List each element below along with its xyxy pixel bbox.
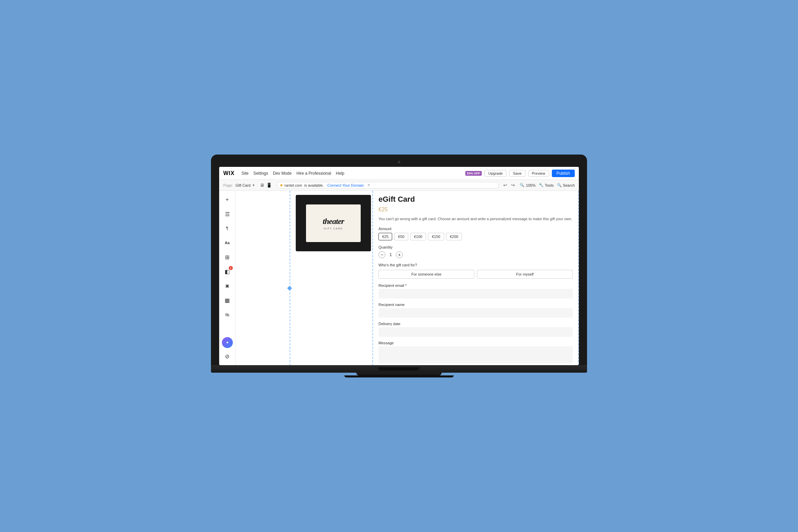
store-icon: 🛍 xyxy=(225,312,229,317)
toolbar-right: ↩ ↪ 🔍 100% 🔧 Tools 🔍 xyxy=(502,182,575,188)
top-navbar: WIX Site Settings Dev Mode Hire a Profes… xyxy=(219,167,579,180)
ai-icon: ✦ xyxy=(226,340,229,345)
mobile-icon[interactable]: 📱 xyxy=(266,183,272,188)
recipient-email-input[interactable] xyxy=(378,289,573,298)
tools-label[interactable]: Tools xyxy=(545,183,554,187)
gift-card-inner: theater GIFT CARD xyxy=(306,204,361,242)
laptop-foot xyxy=(344,375,454,377)
url-status-dot xyxy=(280,184,282,186)
amount-100[interactable]: €100 xyxy=(410,233,426,240)
redo-button[interactable]: ↪ xyxy=(510,182,516,188)
theater-text: theater xyxy=(323,217,344,226)
media-badge: 2 xyxy=(229,266,233,270)
layers-icon: ⊘ xyxy=(225,353,229,360)
recipient-someone-btn[interactable]: For someone else xyxy=(378,270,474,279)
sidebar-design[interactable]: Aa xyxy=(221,237,234,249)
recipient-email-label: Recipient email * xyxy=(378,283,573,288)
design-icon: Aa xyxy=(225,241,229,245)
undo-redo: ↩ ↪ xyxy=(502,182,516,188)
canvas-page: theater GIFT CARD eGift Card €2 xyxy=(236,191,579,365)
recipient-email-group: Recipient email * xyxy=(378,283,573,298)
zoom-control: 🔍 100% xyxy=(520,183,535,187)
undo-button[interactable]: ↩ xyxy=(502,182,508,188)
sidebar-apps[interactable]: ⊞ xyxy=(221,251,234,263)
recipient-name-group: Recipient name xyxy=(378,303,573,318)
nav-items: Site Settings Dev Mode Hire a Profession… xyxy=(241,171,460,176)
nav-devmode[interactable]: Dev Mode xyxy=(273,171,292,176)
search-icon: 🔍 xyxy=(557,183,562,187)
connect-domain-link[interactable]: Connect Your Domain xyxy=(327,183,364,187)
recipient-question: Who's the gift card for? xyxy=(378,263,573,267)
laptop-wrapper: WIX Site Settings Dev Mode Hire a Profes… xyxy=(211,155,587,377)
sidebar-table[interactable]: ▦ xyxy=(221,294,234,306)
product-description: You can't go wrong with a gift card. Cho… xyxy=(378,216,573,222)
message-textarea[interactable] xyxy=(378,346,573,363)
sidebar-store[interactable]: 🛍 xyxy=(221,308,234,321)
url-close-icon[interactable]: ✕ xyxy=(367,183,370,187)
recipient-name-label: Recipient name xyxy=(378,303,573,307)
sidebar-add[interactable]: + xyxy=(221,194,234,206)
zoom-icon: 🔍 xyxy=(520,183,524,187)
page-selector: Page: Gift Card ▾ xyxy=(223,183,254,187)
sidebar-bottom: ✦ ⊘ xyxy=(221,337,234,362)
product-title: eGift Card xyxy=(378,195,573,204)
gift-card-image: theater GIFT CARD xyxy=(296,195,371,251)
table-icon: ▦ xyxy=(225,297,230,304)
amount-50[interactable]: €50 xyxy=(394,233,408,240)
canvas-area[interactable]: theater GIFT CARD eGift Card €2 xyxy=(236,191,579,365)
laptop-screen: WIX Site Settings Dev Mode Hire a Profes… xyxy=(219,167,579,365)
add-icon: + xyxy=(226,197,229,203)
amount-options: €25 €50 €100 €150 €200 xyxy=(378,233,573,240)
upgrade-button[interactable]: Upgrade xyxy=(484,170,506,177)
image-icon: ▣ xyxy=(225,283,229,288)
message-group: Message xyxy=(378,341,573,363)
page-name: Gift Card xyxy=(236,183,251,187)
amount-200[interactable]: €200 xyxy=(446,233,462,240)
search-button[interactable]: 🔍 Search xyxy=(557,183,575,187)
recipient-name-input[interactable] xyxy=(378,308,573,318)
laptop-camera xyxy=(398,161,400,163)
message-label: Message xyxy=(378,341,573,345)
quantity-value: 1 xyxy=(389,252,392,257)
delivery-date-label: Delivery date xyxy=(378,322,573,326)
sidebar-layers[interactable]: ⊘ xyxy=(221,350,234,362)
nav-help[interactable]: Help xyxy=(336,171,344,176)
quantity-increase[interactable]: + xyxy=(396,251,403,258)
pages-icon: ☰ xyxy=(225,211,230,217)
delivery-date-group: Delivery date xyxy=(378,322,573,337)
editor-main: + ☰ ¶ Aa ⊞ xyxy=(219,191,579,365)
sidebar-media[interactable]: ◧ 2 xyxy=(221,265,234,278)
nav-hire[interactable]: Hire a Professional xyxy=(296,171,331,176)
laptop-body: WIX Site Settings Dev Mode Hire a Profes… xyxy=(211,155,587,365)
sidebar-image[interactable]: ▣ xyxy=(221,280,234,292)
laptop-stand xyxy=(356,373,442,375)
page-left-column xyxy=(236,191,290,365)
sidebar-pages[interactable]: ☰ xyxy=(221,208,234,220)
nav-settings[interactable]: Settings xyxy=(253,171,268,176)
amount-label: Amount xyxy=(378,227,573,231)
save-button[interactable]: Save xyxy=(509,170,525,177)
delivery-date-input[interactable] xyxy=(378,327,573,337)
left-sidebar: + ☰ ¶ Aa ⊞ xyxy=(219,191,236,365)
tools-button[interactable]: 🔧 Tools xyxy=(539,183,554,187)
amount-150[interactable]: €150 xyxy=(428,233,444,240)
ai-button[interactable]: ✦ xyxy=(222,337,233,348)
recipient-myself-btn[interactable]: For myself xyxy=(477,270,573,279)
nav-right: 50% OFF Upgrade Save Preview Publish xyxy=(465,170,575,177)
quantity-decrease[interactable]: − xyxy=(378,251,385,258)
publish-button[interactable]: Publish xyxy=(552,170,575,177)
discount-badge: 50% OFF xyxy=(465,171,482,176)
page-dropdown-icon[interactable]: ▾ xyxy=(253,183,254,187)
tools-icon: 🔧 xyxy=(539,183,544,187)
desktop-icon[interactable]: 🖥 xyxy=(260,183,264,188)
preview-button[interactable]: Preview xyxy=(528,170,549,177)
amount-25[interactable]: €25 xyxy=(378,233,392,240)
search-label[interactable]: Search xyxy=(563,183,575,187)
url-bar: rantet.com is available. Connect Your Do… xyxy=(277,182,499,188)
gift-card-label: GIFT CARD xyxy=(324,227,343,230)
nav-site[interactable]: Site xyxy=(241,171,249,176)
product-details: eGift Card €25 You can't go wrong with a… xyxy=(372,191,579,365)
quantity-control: − 1 + xyxy=(378,251,573,258)
device-icons: 🖥 📱 xyxy=(260,183,272,188)
sidebar-text[interactable]: ¶ xyxy=(221,222,234,235)
